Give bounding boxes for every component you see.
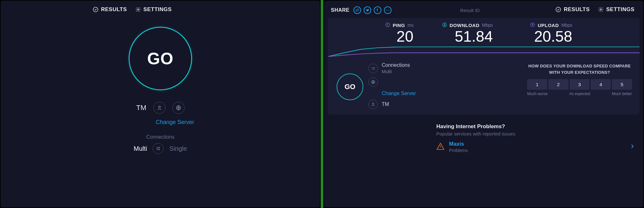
metrics-row: PING ms 20 DOWNLOAD Mbps 51.84 UPLOAD Mb… xyxy=(328,18,640,45)
user-icon xyxy=(368,100,378,109)
problem-service-status: Problems xyxy=(449,148,468,153)
share-more-icon[interactable] xyxy=(384,6,392,14)
problem-service-row[interactable]: Maxis Problems xyxy=(436,141,635,153)
settings-label: SETTINGS xyxy=(144,6,172,13)
svg-point-6 xyxy=(388,10,389,10)
ping-unit: ms xyxy=(407,23,413,28)
survey-option-1[interactable]: 1 xyxy=(527,79,547,90)
multi-arrows-icon xyxy=(368,64,378,73)
svg-point-13 xyxy=(372,103,374,104)
ping-metric: PING ms 20 xyxy=(369,22,413,45)
survey-scale-labels: Much worse As expected Much better xyxy=(527,92,632,96)
svg-point-4 xyxy=(386,10,387,10)
isp-name: TM xyxy=(136,104,146,112)
panel-divider xyxy=(321,0,323,208)
change-server-link[interactable]: Change Server xyxy=(156,119,194,126)
results-label: RESULTS xyxy=(564,6,590,13)
survey-option-3[interactable]: 3 xyxy=(570,79,590,90)
gear-icon xyxy=(135,7,141,12)
download-metric: DOWNLOAD Mbps 51.84 xyxy=(433,22,493,45)
speedtest-result-panel: SHARE f Result ID RESULTS SETTIN xyxy=(324,1,643,207)
connections-label: Connections xyxy=(146,134,175,140)
upload-label: UPLOAD xyxy=(538,23,559,28)
globe-icon[interactable] xyxy=(172,102,184,114)
share-label: SHARE xyxy=(331,7,350,13)
upload-value: 20.58 xyxy=(512,29,572,45)
svg-point-7 xyxy=(556,7,561,12)
results-link[interactable]: RESULTS xyxy=(555,6,590,13)
go-label: GO xyxy=(147,49,174,68)
globe-icon xyxy=(368,77,378,87)
gear-icon xyxy=(598,7,604,12)
download-unit: Mbps xyxy=(482,23,493,28)
go-again-button[interactable]: GO xyxy=(337,73,363,100)
results-link[interactable]: RESULTS xyxy=(93,6,127,13)
connection-info: Connections Multi Change Server TM xyxy=(368,62,416,109)
ping-value: 20 xyxy=(369,29,413,45)
survey-mid-label: As expected xyxy=(569,92,590,96)
download-value: 51.84 xyxy=(433,29,493,45)
svg-point-0 xyxy=(93,7,98,12)
settings-link[interactable]: SETTINGS xyxy=(135,6,172,13)
download-label: DOWNLOAD xyxy=(450,23,480,28)
speed-chart xyxy=(328,45,640,57)
connections-mode: Multi xyxy=(382,69,410,74)
survey-option-5[interactable]: 5 xyxy=(612,79,632,90)
survey-low-label: Much worse xyxy=(527,92,548,96)
metrics-card: PING ms 20 DOWNLOAD Mbps 51.84 UPLOAD Mb… xyxy=(328,18,640,114)
connections-title: Connections xyxy=(382,62,410,68)
ping-label: PING xyxy=(393,23,405,28)
svg-point-1 xyxy=(137,9,139,10)
svg-point-2 xyxy=(158,106,160,108)
speedtest-start-panel: RESULTS SETTINGS GO TM Change Server Con… xyxy=(1,1,320,207)
ping-icon xyxy=(385,22,390,28)
metrics-lower: GO Connections Multi xyxy=(328,59,640,114)
warning-icon xyxy=(436,142,445,152)
chevron-right-icon xyxy=(629,143,635,151)
upload-unit: Mbps xyxy=(561,23,572,28)
problems-subtitle: Popular services with reported issues xyxy=(436,131,635,136)
survey-block: HOW DOES YOUR DOWNLOAD SPEED COMPARE WIT… xyxy=(527,63,632,96)
change-server-link[interactable]: Change Server xyxy=(382,91,416,96)
settings-label: SETTINGS xyxy=(606,6,634,13)
user-icon[interactable] xyxy=(153,102,165,114)
multi-arrows-icon[interactable] xyxy=(153,143,164,154)
check-circle-icon xyxy=(93,7,98,12)
survey-high-label: Much better xyxy=(612,92,632,96)
survey-option-4[interactable]: 4 xyxy=(591,79,611,90)
svg-point-8 xyxy=(600,9,602,10)
results-label: RESULTS xyxy=(101,6,127,13)
result-id-label: Result ID xyxy=(460,8,480,13)
isp-row: TM xyxy=(136,102,184,114)
upload-icon xyxy=(529,22,535,28)
survey-question: HOW DOES YOUR DOWNLOAD SPEED COMPARE WIT… xyxy=(527,63,632,75)
connection-single-option[interactable]: Single xyxy=(169,145,187,152)
share-twitter-icon[interactable] xyxy=(364,6,371,14)
top-nav-right: RESULTS SETTINGS xyxy=(555,6,634,13)
share-icons: f xyxy=(353,6,392,14)
problems-title: Having Internet Problems? xyxy=(436,123,635,130)
check-circle-icon xyxy=(555,7,561,12)
survey-option-2[interactable]: 2 xyxy=(548,79,568,90)
connection-multi-option[interactable]: Multi xyxy=(134,145,147,152)
share-block: SHARE f xyxy=(331,6,392,14)
download-icon xyxy=(441,22,447,28)
settings-link[interactable]: SETTINGS xyxy=(598,6,634,13)
problems-block: Having Internet Problems? Popular servic… xyxy=(436,123,635,153)
share-link-icon[interactable] xyxy=(353,6,361,14)
svg-point-5 xyxy=(387,10,388,10)
connection-mode-toggle: Multi Single xyxy=(134,143,187,154)
go-again-label: GO xyxy=(345,83,355,91)
go-button[interactable]: GO xyxy=(129,27,192,90)
survey-options: 1 2 3 4 5 xyxy=(527,79,632,90)
problem-service-name: Maxis xyxy=(449,141,468,147)
share-facebook-icon[interactable]: f xyxy=(374,6,381,14)
upload-metric: UPLOAD Mbps 20.58 xyxy=(512,22,572,45)
isp-name: TM xyxy=(382,101,389,107)
top-nav: RESULTS SETTINGS xyxy=(93,6,172,13)
